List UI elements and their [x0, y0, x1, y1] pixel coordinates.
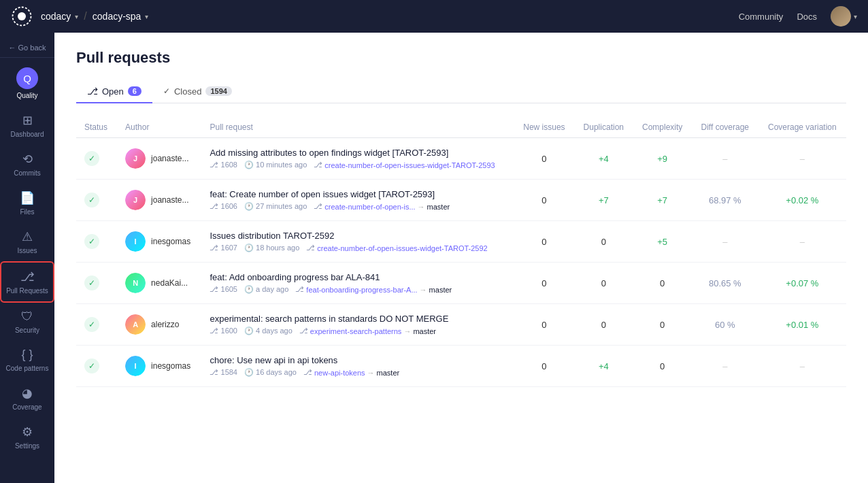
duplication-cell: 0	[574, 221, 633, 263]
coverage-variation-value: –	[800, 237, 805, 247]
svg-point-1	[18, 12, 26, 20]
diff-coverage-value: 60 %	[715, 320, 735, 330]
pr-title[interactable]: Issues distribution TAROT-2592	[210, 231, 505, 241]
coverage-variation-cell: +0.01 %	[758, 304, 846, 346]
complexity-cell: 0	[633, 304, 691, 346]
sidebar-item-files[interactable]: 📄 Files	[0, 184, 54, 222]
table-row[interactable]: ✓ A alerizzo experimental: search patter…	[76, 304, 846, 346]
sidebar-item-quality[interactable]: Q Quality	[0, 61, 54, 106]
user-menu[interactable]: ▾	[831, 6, 857, 27]
files-icon: 📄	[20, 190, 35, 205]
pr-info-cell[interactable]: feat: Add onboarding progress bar ALA-84…	[201, 263, 514, 304]
diff-coverage-value: –	[722, 361, 727, 371]
sidebar-item-dashboard[interactable]: ⊞ Dashboard	[0, 106, 54, 145]
sidebar-item-security[interactable]: 🛡 Security	[0, 303, 54, 341]
sidebar-item-coverage[interactable]: ◕ Coverage	[0, 379, 54, 418]
pr-target-branch: master	[429, 286, 452, 294]
sidebar-item-pull-requests[interactable]: ⎇ Pull Requests	[0, 261, 54, 303]
sidebar-label-coverage: Coverage	[12, 403, 41, 411]
coverage-variation-cell: +0.07 %	[758, 263, 846, 304]
new-issues-cell: 0	[514, 221, 574, 263]
status-check-icon: ✓	[84, 193, 99, 207]
open-tab-label: Open	[102, 86, 124, 97]
pr-info-cell[interactable]: Add missing attributes to open findings …	[201, 138, 514, 180]
sidebar-item-settings[interactable]: ⚙ Settings	[0, 418, 54, 456]
status-cell: ✓	[76, 180, 117, 221]
complexity-value: +7	[657, 195, 667, 205]
pr-title[interactable]: feat: Create number of open issues widge…	[210, 189, 505, 199]
pr-meta: ⎇ 1606 🕐 27 minutes ago ⎇ create-number-…	[210, 202, 505, 211]
sidebar-item-code-patterns[interactable]: { } Code patterns	[0, 341, 54, 379]
codacy-logo[interactable]	[11, 5, 33, 27]
top-navigation: codacy ▾ / codacy-spa ▾ Community Docs ▾	[0, 0, 868, 33]
pr-meta: ⎇ 1584 🕐 16 days ago ⎇ new-api-tokens → …	[210, 368, 505, 377]
org-selector[interactable]: codacy ▾	[41, 11, 78, 22]
table-row[interactable]: ✓ I inesgomas Issues distribution TAROT-…	[76, 221, 846, 263]
sidebar-item-issues[interactable]: ⚠ Issues	[0, 222, 54, 261]
table-row[interactable]: ✓ J joanaste... Add missing attributes t…	[76, 138, 846, 180]
open-tab-icon: ⎇	[87, 86, 98, 97]
new-issues-value: 0	[541, 320, 546, 330]
status-check-icon: ✓	[84, 234, 99, 249]
complexity-cell: +7	[633, 180, 691, 221]
page-title: Pull requests	[76, 49, 846, 67]
pr-branch[interactable]: create-number-of-open-issues-widget-TARO…	[317, 244, 487, 252]
pr-meta: ⎇ 1607 🕐 18 hours ago ⎇ create-number-of…	[210, 244, 505, 252]
sidebar-label-code-patterns: Code patterns	[6, 365, 49, 372]
pr-branch-info: ⎇ create-number-of-open-issues-widget-TA…	[314, 161, 495, 169]
author-cell: A alerizzo	[117, 304, 201, 346]
pr-branch[interactable]: create-number-of-open-is...	[324, 203, 415, 211]
pr-time: 🕐 a day ago	[244, 285, 288, 294]
pr-info-cell[interactable]: chore: Use new api in api tokens ⎇ 1584 …	[201, 346, 514, 387]
code-patterns-icon: { }	[21, 348, 33, 362]
pr-info-cell[interactable]: Issues distribution TAROT-2592 ⎇ 1607 🕐 …	[201, 221, 514, 263]
col-complexity: Complexity	[633, 117, 691, 138]
status-cell: ✓	[76, 304, 117, 346]
dashboard-icon: ⊞	[22, 113, 33, 128]
complexity-cell: 0	[633, 346, 691, 387]
repo-selector[interactable]: codacy-spa ▾	[93, 11, 149, 22]
pr-branch-info: ⎇ create-number-of-open-is... → master	[314, 202, 450, 211]
go-back-button[interactable]: ← Go back	[0, 38, 54, 58]
duplication-cell: 0	[574, 263, 633, 304]
docs-link[interactable]: Docs	[797, 12, 817, 22]
col-author: Author	[117, 117, 201, 138]
duplication-value: +4	[599, 361, 609, 371]
pr-branch[interactable]: new-api-tokens	[314, 369, 365, 377]
pr-info: Add missing attributes to open findings …	[210, 148, 505, 169]
table-row[interactable]: ✓ I inesgomas chore: Use new api in api …	[76, 346, 846, 387]
new-issues-value: 0	[541, 237, 546, 247]
tab-open[interactable]: ⎇ Open 6	[76, 80, 152, 103]
pr-title[interactable]: chore: Use new api in api tokens	[210, 355, 505, 365]
author-cell: I inesgomas	[117, 346, 201, 387]
duplication-cell: 0	[574, 304, 633, 346]
diff-coverage-cell: –	[692, 138, 758, 180]
table-row[interactable]: ✓ N nedaKai... feat: Add onboarding prog…	[76, 263, 846, 304]
diff-coverage-cell: 60 %	[692, 304, 758, 346]
tab-closed[interactable]: ✓ Closed 1594	[152, 80, 243, 103]
coverage-variation-value: +0.02 %	[786, 195, 818, 205]
pr-branch[interactable]: feat-onboarding-progress-bar-A...	[306, 286, 417, 294]
diff-coverage-value: 68.97 %	[709, 195, 741, 205]
pull-requests-icon: ⎇	[20, 269, 35, 284]
pr-title[interactable]: Add missing attributes to open findings …	[210, 148, 505, 158]
avatar[interactable]	[831, 6, 851, 27]
coverage-variation-cell: –	[758, 346, 846, 387]
pr-title[interactable]: experimental: search patterns in standar…	[210, 314, 505, 324]
community-link[interactable]: Community	[739, 12, 784, 22]
pr-number: ⎇ 1608	[210, 161, 237, 169]
pr-info-cell[interactable]: feat: Create number of open issues widge…	[201, 180, 514, 221]
org-chevron-icon: ▾	[75, 13, 78, 20]
sidebar-label-settings: Settings	[15, 442, 39, 450]
nav-separator: /	[84, 10, 86, 22]
table-row[interactable]: ✓ J joanaste... feat: Create number of o…	[76, 180, 846, 221]
pr-branch[interactable]: experiment-search-patterns	[310, 327, 402, 335]
pr-info-cell[interactable]: experimental: search patterns in standar…	[201, 304, 514, 346]
commits-icon: ⟲	[22, 152, 33, 167]
pr-tabs: ⎇ Open 6 ✓ Closed 1594	[76, 80, 846, 103]
author-name: joanaste...	[151, 154, 188, 163]
issues-icon: ⚠	[22, 229, 33, 244]
pr-title[interactable]: feat: Add onboarding progress bar ALA-84…	[210, 272, 505, 282]
pr-branch[interactable]: create-number-of-open-issues-widget-TARO…	[324, 161, 495, 169]
sidebar-item-commits[interactable]: ⟲ Commits	[0, 145, 54, 184]
